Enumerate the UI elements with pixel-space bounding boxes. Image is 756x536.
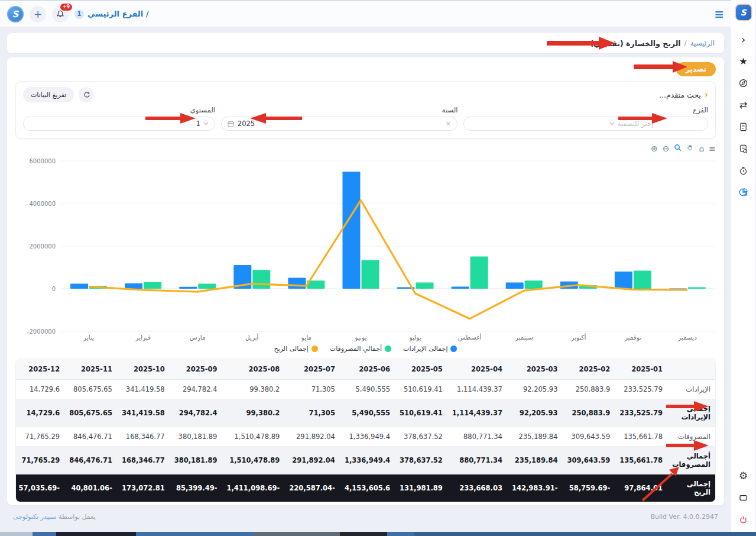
power-icon[interactable] (737, 513, 750, 526)
filter-panel: ‹ بحث متقدم... تفريغ البيانات الفرع (15, 81, 716, 139)
table-cell: 846,476.71 (64, 447, 117, 474)
home-reset-icon[interactable]: ⌂ (699, 144, 704, 153)
clear-year-icon[interactable]: × (445, 120, 451, 128)
revenue-bar (342, 172, 360, 289)
legend-label: إجمالى الربح (274, 345, 309, 353)
powered-link[interactable]: سبيدر تكنولوجى (13, 513, 57, 521)
selection-zoom-icon[interactable] (674, 144, 682, 153)
revenue-bar (288, 278, 306, 289)
table-cell: 135,661.78 (615, 427, 667, 447)
branch-count-badge: 1 (74, 9, 84, 19)
expense-bar (252, 270, 270, 289)
x-tick-label: مايو (301, 334, 312, 341)
pan-hand-icon[interactable] (686, 144, 694, 153)
table-cell: 250,883.9 (562, 399, 615, 427)
add-button[interactable]: + (30, 6, 46, 22)
legend-item[interactable]: إجمالى الربح (274, 345, 318, 353)
table-cell: 99,380.2 (222, 380, 284, 399)
expense-bar (144, 282, 161, 289)
page-title: الربح والخسارة (تقديري) (590, 39, 680, 48)
column-header: 2025-09 (170, 359, 222, 380)
table-cell: 805,675.65 (64, 399, 117, 427)
table-row: أجمالي المصروفات135,661.78309,643.59235,… (15, 447, 715, 474)
level-filter-label: المستوى (23, 106, 215, 114)
chevron-down-icon (203, 122, 209, 125)
profit-line (89, 200, 687, 318)
x-tick-label: أغسطس (458, 333, 482, 341)
table-cell: 341,419.58 (117, 399, 170, 427)
table-cell: 173,072.81 (117, 474, 170, 502)
pie-chart-reports-icon[interactable] (737, 186, 750, 199)
refresh-button[interactable] (79, 87, 94, 102)
column-header: 2025-10 (117, 359, 170, 380)
branch-name: الفرع الرئيسي / (87, 9, 148, 18)
revenue-bar (125, 283, 142, 289)
column-header (667, 359, 715, 380)
legend-label: أجمالي المصروفات (330, 345, 382, 353)
table-cell: 71,305 (284, 380, 340, 399)
legend-item[interactable]: إجمالى الإيرادات (403, 345, 457, 353)
zoom-in-icon[interactable]: ⊕ (651, 144, 658, 153)
table-cell: 510,619.41 (395, 380, 447, 399)
advanced-search-toggle[interactable]: ‹ بحث متقدم... (659, 89, 708, 100)
column-header: 2025-04 (447, 359, 507, 380)
table-cell: 291,892.04 (284, 427, 340, 447)
clear-data-button[interactable]: تفريغ البيانات (23, 87, 74, 102)
level-select[interactable]: 1 (23, 117, 215, 131)
table-cell: 92,205.93 (507, 380, 563, 399)
column-header: 2025-03 (507, 359, 563, 380)
branch-filter-label: الفرع (463, 106, 708, 114)
document-icon[interactable] (737, 120, 750, 133)
table-cell: 233,668.03 (447, 474, 507, 502)
branch-select[interactable]: إختر للتصفية (463, 117, 708, 131)
chart-menu-icon[interactable]: ≡ (709, 144, 716, 153)
export-button[interactable]: تصدير (676, 62, 716, 76)
sidebar-logo[interactable]: S (736, 5, 751, 20)
legend-item[interactable]: أجمالي المصروفات (330, 345, 391, 353)
expense-bar (361, 260, 379, 289)
column-header: 2025-11 (64, 359, 117, 380)
breadcrumb-home-link[interactable]: الرئيسية (690, 39, 715, 47)
compass-icon[interactable] (737, 76, 750, 89)
table-cell: 1,510,478.89 (222, 447, 284, 474)
revenue-bar (70, 284, 88, 289)
year-picker[interactable]: 2025 × (221, 117, 458, 131)
revenue-bar (506, 282, 524, 289)
column-header: 2025-06 (340, 359, 395, 380)
table-cell: -1,411,098.69 (222, 474, 284, 502)
table-cell: 168,346.77 (117, 447, 170, 474)
table-cell: 294,782.4 (170, 380, 222, 399)
pl-table-wrap: 2025-012025-022025-032025-042025-052025-… (15, 359, 716, 502)
level-value: 1 (196, 120, 200, 128)
table-row: المصروفات135,661.78309,643.59235,189.848… (15, 427, 715, 447)
chevron-down-icon (609, 122, 615, 125)
purchase-clock-icon[interactable] (737, 164, 750, 177)
document-clock-icon[interactable] (737, 142, 750, 155)
notifications-bell-icon[interactable]: +9 (52, 6, 69, 22)
favorites-star-icon[interactable]: ★ (737, 54, 750, 67)
swap-arrows-icon[interactable]: ⇄ (737, 98, 750, 111)
collapse-chevron-icon[interactable]: ‹ (737, 33, 750, 46)
revenue-bar (179, 287, 197, 289)
column-header: 2025-12 (15, 359, 64, 380)
table-cell: 846,476.71 (64, 427, 117, 447)
zoom-out-icon[interactable]: ⊖ (663, 144, 670, 153)
expense-bar (525, 280, 543, 289)
menu-toggle-icon[interactable]: ≡ (714, 8, 724, 20)
table-cell: 250,883.9 (562, 380, 615, 399)
sidebar: S ‹ ★ ⇄ ⚙ (731, 0, 756, 532)
legend-dot-icon (450, 346, 457, 352)
table-cell: 309,643.59 (562, 447, 615, 474)
chart-canvas: 6000000400000020000000-2000000ينايرفبراي… (15, 154, 716, 342)
table-cell: 309,643.59 (562, 427, 615, 447)
breadcrumb: الرئيسية / الربح والخسارة (تقديري) (7, 33, 724, 53)
revenue-bar (452, 286, 469, 289)
branch-selector[interactable]: 1 الفرع الرئيسي / (74, 9, 148, 19)
monitor-icon[interactable] (737, 491, 750, 504)
table-cell: 99,380.2 (222, 399, 284, 427)
app-logo[interactable]: S (7, 6, 24, 22)
table-cell: -40,801.06 (64, 474, 117, 502)
topbar: ≡ S + +9 1 الفرع الرئيسي / (0, 0, 731, 27)
table-cell: 71,765.29 (15, 447, 64, 474)
settings-gear-icon[interactable]: ⚙ (737, 469, 750, 482)
